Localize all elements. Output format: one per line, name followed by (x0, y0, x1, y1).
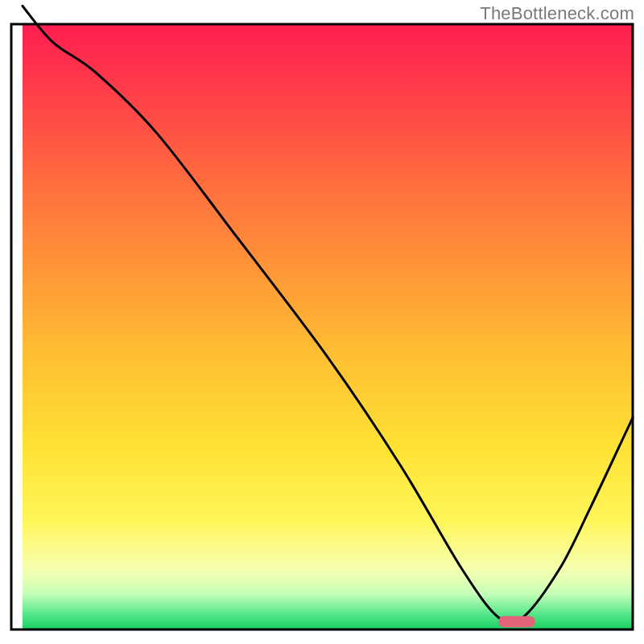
optimal-range-marker (498, 616, 535, 627)
chart-gradient-bg (23, 24, 633, 630)
bottleneck-chart (0, 0, 644, 644)
watermark-text: TheBottleneck.com (480, 3, 634, 24)
